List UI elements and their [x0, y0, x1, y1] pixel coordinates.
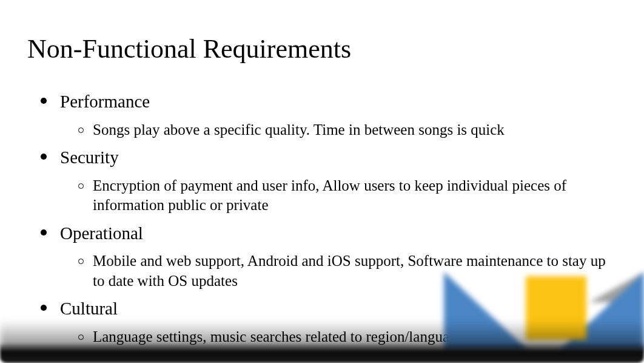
sub-item-text: Songs play above a specific quality. Tim…	[93, 120, 617, 140]
sub-list: Mobile and web support, Android and iOS …	[60, 251, 617, 291]
sub-list: Encryption of payment and user info, All…	[60, 176, 617, 215]
list-item: Performance Songs play above a specific …	[41, 89, 617, 140]
sub-item: Encryption of payment and user info, All…	[78, 176, 617, 215]
sub-item-text: Encryption of payment and user info, All…	[93, 176, 617, 215]
item-label: Performance	[60, 89, 617, 115]
bottom-bar	[0, 344, 644, 363]
list-item: Operational Mobile and web support, Andr…	[41, 220, 617, 291]
slide-container: Non-Functional Requirements Performance …	[0, 0, 644, 363]
requirements-list: Performance Songs play above a specific …	[27, 89, 617, 347]
item-label: Operational	[60, 220, 617, 247]
item-label: Security	[60, 144, 617, 171]
sub-item-text: Mobile and web support, Android and iOS …	[93, 251, 617, 291]
item-label: Cultural	[60, 296, 617, 322]
sub-item: Songs play above a specific quality. Tim…	[78, 120, 617, 140]
sub-item: Mobile and web support, Android and iOS …	[78, 251, 617, 291]
slide-title: Non-Functional Requirements	[27, 33, 617, 64]
list-item: Security Encryption of payment and user …	[41, 144, 617, 215]
sub-list: Songs play above a specific quality. Tim…	[60, 120, 617, 140]
